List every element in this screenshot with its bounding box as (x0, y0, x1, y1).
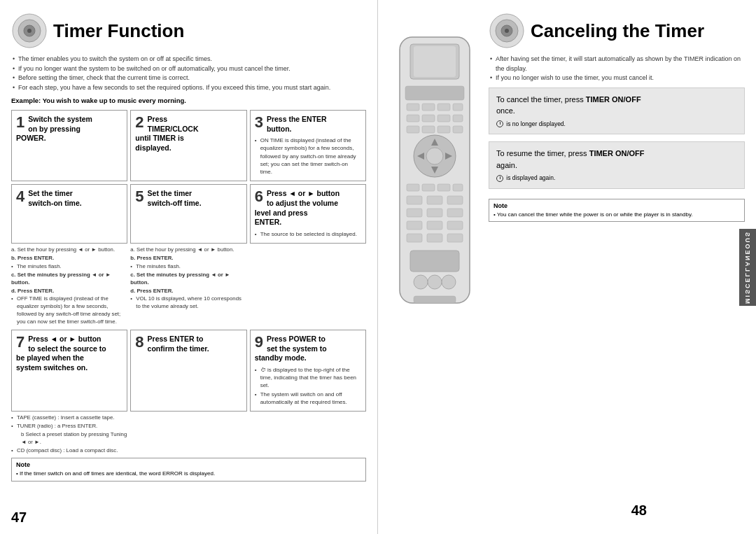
right-note-box: Note • You can cancel the timer while th… (489, 199, 745, 222)
svg-rect-13 (422, 115, 435, 122)
step-1-box: 1 Switch the systemon by pressingPOWER. (11, 110, 127, 181)
svg-rect-29 (453, 184, 463, 191)
steps-bottom-row: 7 Press ◄ or ► buttonto select the sourc… (11, 330, 366, 412)
svg-rect-31 (427, 196, 442, 204)
svg-rect-12 (407, 115, 419, 122)
step-4-number: 4 (16, 189, 24, 204)
svg-rect-10 (438, 104, 450, 111)
step-2-box: 2 PressTIMER/CLOCKuntil TIMER isdisplaye… (130, 110, 246, 181)
step-5-sub: a. Set the hour by pressing ◄ or ► butto… (130, 246, 246, 327)
svg-rect-38 (447, 221, 463, 230)
step-7-content: Press ◄ or ► buttonto select the source … (16, 335, 122, 373)
left-header: Timer Function (11, 13, 366, 49)
svg-rect-8 (407, 104, 419, 111)
step-3-number: 3 (255, 115, 263, 130)
remote-control-svg (393, 34, 477, 314)
remote-container (389, 13, 480, 527)
resume-detail: is displayed again. (496, 174, 737, 183)
step-7-box: 7 Press ◄ or ► buttonto select the sourc… (11, 330, 127, 412)
svg-point-50 (505, 29, 509, 33)
right-speaker-icon (489, 13, 525, 49)
step-3-content: Press the ENTERbutton. (255, 115, 361, 134)
resume-title: To resume the timer, press TIMER ON/OFFa… (496, 148, 737, 171)
svg-rect-27 (422, 184, 435, 191)
step-6-box: 6 Press ◄ or ► buttonto adjust the volum… (250, 184, 366, 244)
page-number-left: 47 (11, 510, 27, 526)
step-8-box: 8 Press ENTER toconfirm the timer. (130, 330, 246, 412)
svg-rect-6 (414, 46, 456, 77)
right-header: Canceling the Timer (489, 13, 745, 49)
steps-mid-row: 4 Set the timerswitch-on time. 5 Set the… (11, 184, 366, 244)
step-9-box: 9 Press POWER toset the system tostandby… (250, 330, 366, 412)
svg-rect-17 (422, 126, 435, 133)
step-2-number: 2 (135, 115, 144, 130)
left-title: Timer Function (53, 21, 184, 41)
svg-rect-28 (438, 184, 450, 191)
step-6-notes: The source to be selected is displayed. (255, 230, 361, 238)
right-page: Canceling the Timer After having set the… (378, 0, 756, 534)
speaker-icon (11, 13, 48, 49)
svg-rect-32 (447, 196, 463, 204)
step-2-content: PressTIMER/CLOCKuntil TIMER isdisplayed. (135, 115, 241, 153)
resume-box: To resume the timer, press TIMER ON/OFFa… (489, 141, 745, 189)
step-4-box: 4 Set the timerswitch-on time. (11, 184, 127, 244)
svg-rect-34 (427, 209, 442, 217)
step-1-number: 1 (16, 115, 24, 130)
cancel-detail: is no longer displayed. (496, 120, 737, 129)
clock-icon-resume (496, 175, 503, 182)
left-note-box: Note • If the timer switch on and off ti… (11, 458, 366, 481)
step-8-number: 8 (135, 335, 144, 350)
svg-rect-30 (407, 196, 422, 204)
svg-rect-26 (407, 184, 419, 191)
svg-rect-42 (410, 251, 459, 272)
right-note-title: Note (493, 202, 740, 209)
svg-rect-15 (453, 115, 463, 122)
svg-rect-39 (407, 234, 422, 242)
example-text: Example: You wish to wake up to music ev… (11, 97, 366, 104)
step-3-box: 3 Press the ENTERbutton. ON TIME is disp… (250, 110, 366, 181)
svg-rect-14 (438, 115, 450, 122)
misc-tab: MISCELLANEOUS (739, 229, 756, 306)
svg-rect-40 (427, 234, 442, 242)
svg-rect-36 (407, 221, 422, 230)
step-4-content: Set the timerswitch-on time. (16, 189, 122, 208)
step-8-content: Press ENTER toconfirm the timer. (135, 335, 241, 353)
right-bullets: After having set the timer, it will star… (489, 55, 745, 83)
svg-rect-7 (405, 86, 464, 100)
svg-point-21 (426, 148, 443, 164)
cancel-box: To cancel the timer, press TIMER ON/OFFo… (489, 87, 745, 135)
step-7-sub: TAPE (cassette) : Insert a cassette tape… (11, 414, 127, 456)
svg-rect-19 (453, 126, 463, 133)
steps-top-row: 1 Switch the systemon by pressingPOWER. … (11, 110, 366, 181)
left-bullets: The timer enables you to switch the syst… (11, 55, 366, 92)
step-5-box: 5 Set the timerswitch-off time. (130, 184, 246, 244)
left-note-title: Note (16, 461, 361, 468)
right-title: Canceling the Timer (531, 21, 704, 41)
svg-rect-16 (407, 126, 419, 133)
svg-point-43 (414, 275, 428, 289)
cancel-title: To cancel the timer, press TIMER ON/OFFo… (496, 94, 737, 117)
page-number-right: 48 (433, 489, 689, 519)
step-9-notes: ⏱ is displayed to the top-right of the t… (255, 366, 361, 406)
left-page: Timer Function The timer enables you to … (0, 0, 378, 534)
svg-rect-9 (422, 104, 435, 111)
step-5-number: 5 (135, 189, 144, 204)
step-4-sub: a. Set the hour by pressing ◄ or ► butto… (11, 246, 127, 327)
step-6-content: Press ◄ or ► buttonto adjust the volumel… (255, 189, 361, 227)
right-note-text: • You can cancel the timer while the pow… (493, 211, 740, 218)
step-3-notes: ON TIME is displayed (instead of the equ… (255, 136, 361, 176)
svg-rect-37 (427, 221, 442, 230)
right-content: Canceling the Timer After having set the… (489, 13, 745, 527)
left-note-text: • If the timer switch on and off times a… (16, 470, 361, 477)
svg-rect-35 (447, 209, 463, 217)
svg-rect-46 (414, 296, 456, 303)
step-9-content: Press POWER toset the system tostandby m… (255, 335, 361, 363)
clock-icon-cancel (496, 120, 503, 127)
svg-point-44 (428, 275, 442, 289)
svg-rect-18 (438, 126, 450, 133)
svg-point-45 (442, 275, 456, 289)
svg-rect-33 (407, 209, 422, 217)
step-9-number: 9 (255, 335, 263, 350)
step-5-content: Set the timerswitch-off time. (135, 189, 241, 208)
step-6-number: 6 (255, 189, 263, 204)
